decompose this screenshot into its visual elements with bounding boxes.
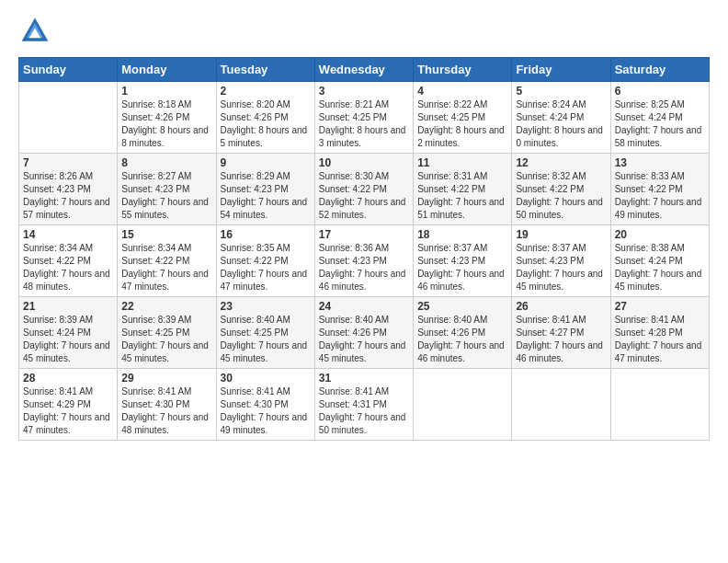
calendar-cell: 1Sunrise: 8:18 AMSunset: 4:26 PMDaylight…: [118, 82, 216, 154]
day-number: 27: [615, 300, 705, 313]
calendar-header-sunday: Sunday: [19, 58, 118, 82]
day-info: Sunrise: 8:18 AMSunset: 4:26 PMDaylight:…: [121, 98, 211, 150]
day-info: Sunrise: 8:24 AMSunset: 4:24 PMDaylight:…: [516, 98, 606, 150]
day-number: 15: [121, 228, 211, 241]
calendar-header-wednesday: Wednesday: [314, 58, 413, 82]
day-number: 1: [121, 85, 211, 98]
page: SundayMondayTuesdayWednesdayThursdayFrid…: [0, 0, 728, 563]
day-info: Sunrise: 8:41 AMSunset: 4:30 PMDaylight:…: [221, 385, 311, 437]
day-number: 7: [23, 156, 113, 169]
day-info: Sunrise: 8:37 AMSunset: 4:23 PMDaylight:…: [516, 242, 606, 293]
calendar-cell: 4Sunrise: 8:22 AMSunset: 4:25 PMDaylight…: [414, 82, 512, 154]
calendar-cell: [19, 82, 118, 154]
day-info: Sunrise: 8:21 AMSunset: 4:25 PMDaylight:…: [319, 98, 409, 150]
calendar-cell: 26Sunrise: 8:41 AMSunset: 4:27 PMDayligh…: [512, 297, 610, 369]
calendar-cell: 7Sunrise: 8:26 AMSunset: 4:23 PMDaylight…: [19, 154, 118, 225]
calendar-cell: 17Sunrise: 8:36 AMSunset: 4:23 PMDayligh…: [314, 225, 413, 297]
day-number: 19: [516, 228, 606, 241]
calendar-cell: 10Sunrise: 8:30 AMSunset: 4:22 PMDayligh…: [314, 154, 413, 225]
day-info: Sunrise: 8:40 AMSunset: 4:25 PMDaylight:…: [221, 314, 311, 365]
day-info: Sunrise: 8:25 AMSunset: 4:24 PMDaylight:…: [615, 98, 705, 150]
day-number: 16: [221, 228, 311, 241]
calendar-cell: 11Sunrise: 8:31 AMSunset: 4:22 PMDayligh…: [414, 154, 512, 225]
calendar-header-monday: Monday: [118, 58, 216, 82]
calendar-cell: 30Sunrise: 8:41 AMSunset: 4:30 PMDayligh…: [216, 369, 314, 441]
calendar-cell: 24Sunrise: 8:40 AMSunset: 4:26 PMDayligh…: [314, 297, 413, 369]
day-number: 4: [417, 85, 507, 98]
day-info: Sunrise: 8:40 AMSunset: 4:26 PMDaylight:…: [417, 314, 507, 365]
day-info: Sunrise: 8:41 AMSunset: 4:31 PMDaylight:…: [319, 385, 409, 437]
day-info: Sunrise: 8:37 AMSunset: 4:23 PMDaylight:…: [417, 242, 507, 293]
day-info: Sunrise: 8:36 AMSunset: 4:23 PMDaylight:…: [319, 242, 409, 293]
calendar-week-1: 1Sunrise: 8:18 AMSunset: 4:26 PMDaylight…: [19, 82, 710, 154]
calendar-header-friday: Friday: [512, 58, 610, 82]
day-number: 11: [417, 156, 507, 169]
day-info: Sunrise: 8:41 AMSunset: 4:27 PMDaylight:…: [516, 314, 606, 365]
day-number: 21: [23, 300, 113, 313]
logo-icon: [18, 15, 51, 48]
day-number: 22: [121, 300, 211, 313]
calendar-week-5: 28Sunrise: 8:41 AMSunset: 4:29 PMDayligh…: [19, 369, 710, 441]
calendar-header-thursday: Thursday: [414, 58, 512, 82]
day-info: Sunrise: 8:29 AMSunset: 4:23 PMDaylight:…: [221, 170, 311, 222]
calendar-table: SundayMondayTuesdayWednesdayThursdayFrid…: [18, 57, 710, 441]
day-number: 29: [121, 372, 211, 385]
calendar-header-saturday: Saturday: [610, 58, 709, 82]
day-info: Sunrise: 8:34 AMSunset: 4:22 PMDaylight:…: [121, 242, 211, 293]
day-info: Sunrise: 8:41 AMSunset: 4:29 PMDaylight:…: [23, 385, 113, 437]
day-info: Sunrise: 8:38 AMSunset: 4:24 PMDaylight:…: [615, 242, 705, 293]
calendar-cell: 20Sunrise: 8:38 AMSunset: 4:24 PMDayligh…: [610, 225, 709, 297]
calendar-header-tuesday: Tuesday: [216, 58, 314, 82]
day-info: Sunrise: 8:26 AMSunset: 4:23 PMDaylight:…: [23, 170, 113, 222]
calendar-cell: 29Sunrise: 8:41 AMSunset: 4:30 PMDayligh…: [118, 369, 216, 441]
day-info: Sunrise: 8:39 AMSunset: 4:24 PMDaylight:…: [23, 314, 113, 365]
calendar-cell: 6Sunrise: 8:25 AMSunset: 4:24 PMDaylight…: [610, 82, 709, 154]
day-info: Sunrise: 8:39 AMSunset: 4:25 PMDaylight:…: [121, 314, 211, 365]
calendar-cell: 28Sunrise: 8:41 AMSunset: 4:29 PMDayligh…: [19, 369, 118, 441]
calendar-cell: 9Sunrise: 8:29 AMSunset: 4:23 PMDaylight…: [216, 154, 314, 225]
day-info: Sunrise: 8:35 AMSunset: 4:22 PMDaylight:…: [221, 242, 311, 293]
day-number: 18: [417, 228, 507, 241]
day-number: 17: [319, 228, 409, 241]
day-number: 6: [615, 85, 705, 98]
day-info: Sunrise: 8:33 AMSunset: 4:22 PMDaylight:…: [615, 170, 705, 222]
day-info: Sunrise: 8:41 AMSunset: 4:30 PMDaylight:…: [121, 385, 211, 437]
calendar-week-3: 14Sunrise: 8:34 AMSunset: 4:22 PMDayligh…: [19, 225, 710, 297]
day-info: Sunrise: 8:22 AMSunset: 4:25 PMDaylight:…: [417, 98, 507, 150]
calendar-cell: 18Sunrise: 8:37 AMSunset: 4:23 PMDayligh…: [414, 225, 512, 297]
calendar-cell: 2Sunrise: 8:20 AMSunset: 4:26 PMDaylight…: [216, 82, 314, 154]
calendar-cell: 27Sunrise: 8:41 AMSunset: 4:28 PMDayligh…: [610, 297, 709, 369]
day-number: 26: [516, 300, 606, 313]
day-info: Sunrise: 8:32 AMSunset: 4:22 PMDaylight:…: [516, 170, 606, 222]
day-number: 24: [319, 300, 409, 313]
day-info: Sunrise: 8:34 AMSunset: 4:22 PMDaylight:…: [23, 242, 113, 293]
calendar-cell: [512, 369, 610, 441]
calendar-week-4: 21Sunrise: 8:39 AMSunset: 4:24 PMDayligh…: [19, 297, 710, 369]
day-number: 9: [221, 156, 311, 169]
calendar-cell: 23Sunrise: 8:40 AMSunset: 4:25 PMDayligh…: [216, 297, 314, 369]
calendar-cell: 21Sunrise: 8:39 AMSunset: 4:24 PMDayligh…: [19, 297, 118, 369]
calendar-cell: 14Sunrise: 8:34 AMSunset: 4:22 PMDayligh…: [19, 225, 118, 297]
day-number: 10: [319, 156, 409, 169]
calendar-cell: 16Sunrise: 8:35 AMSunset: 4:22 PMDayligh…: [216, 225, 314, 297]
logo: [18, 15, 55, 48]
calendar-week-2: 7Sunrise: 8:26 AMSunset: 4:23 PMDaylight…: [19, 154, 710, 225]
day-info: Sunrise: 8:27 AMSunset: 4:23 PMDaylight:…: [121, 170, 211, 222]
day-number: 23: [221, 300, 311, 313]
day-number: 5: [516, 85, 606, 98]
day-number: 31: [319, 372, 409, 385]
day-info: Sunrise: 8:40 AMSunset: 4:26 PMDaylight:…: [319, 314, 409, 365]
day-number: 30: [221, 372, 311, 385]
calendar-cell: [610, 369, 709, 441]
day-number: 13: [615, 156, 705, 169]
calendar-cell: 31Sunrise: 8:41 AMSunset: 4:31 PMDayligh…: [314, 369, 413, 441]
day-info: Sunrise: 8:20 AMSunset: 4:26 PMDaylight:…: [221, 98, 311, 150]
calendar-cell: 25Sunrise: 8:40 AMSunset: 4:26 PMDayligh…: [414, 297, 512, 369]
day-info: Sunrise: 8:30 AMSunset: 4:22 PMDaylight:…: [319, 170, 409, 222]
calendar-cell: 15Sunrise: 8:34 AMSunset: 4:22 PMDayligh…: [118, 225, 216, 297]
calendar-header-row: SundayMondayTuesdayWednesdayThursdayFrid…: [19, 58, 710, 82]
day-number: 25: [417, 300, 507, 313]
calendar-cell: 13Sunrise: 8:33 AMSunset: 4:22 PMDayligh…: [610, 154, 709, 225]
day-info: Sunrise: 8:41 AMSunset: 4:28 PMDaylight:…: [615, 314, 705, 365]
header: [18, 15, 710, 48]
